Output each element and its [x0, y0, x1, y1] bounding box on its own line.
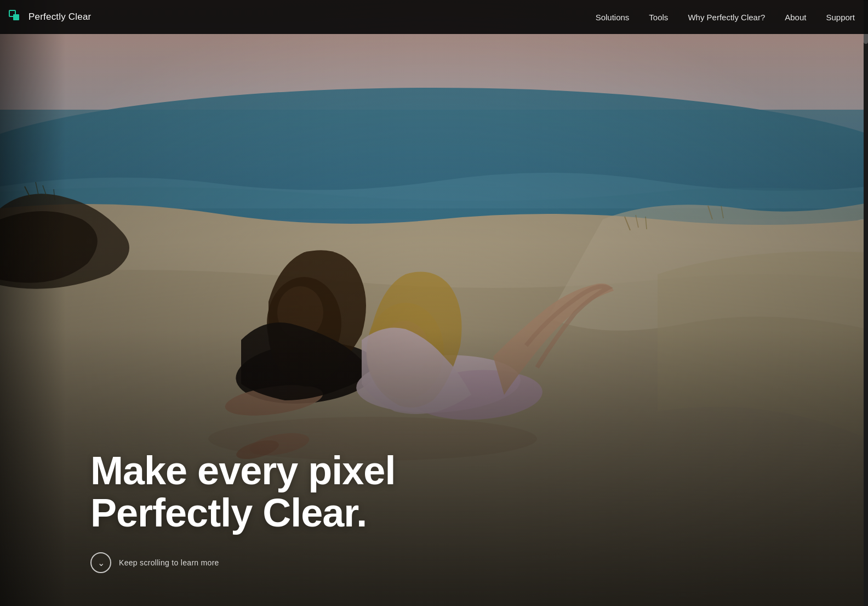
hero-headline-line1: Make every pixel	[90, 449, 395, 492]
hero-content: Make every pixel Perfectly Clear.	[90, 450, 395, 535]
nav-tools[interactable]: Tools	[649, 13, 668, 22]
nav-why[interactable]: Why Perfectly Clear?	[688, 13, 765, 22]
logo-text: Perfectly Clear	[28, 12, 91, 22]
hero-section: Make every pixel Perfectly Clear. ⌄ Keep…	[0, 0, 868, 606]
nav-solutions[interactable]: Solutions	[596, 13, 630, 22]
nav-support[interactable]: Support	[826, 13, 855, 22]
svg-rect-1	[13, 14, 19, 20]
hero-headline: Make every pixel Perfectly Clear.	[90, 450, 395, 535]
logo[interactable]: Perfectly Clear	[9, 10, 91, 24]
scroll-indicator[interactable]: ⌄ Keep scrolling to learn more	[90, 552, 219, 573]
scrollbar[interactable]	[864, 0, 868, 606]
hero-headline-line2: Perfectly Clear.	[90, 491, 367, 535]
navbar: Perfectly Clear Solutions Tools Why Perf…	[0, 0, 868, 34]
scroll-circle: ⌄	[90, 552, 111, 573]
chevron-down-icon: ⌄	[98, 559, 105, 568]
logo-icon	[9, 10, 23, 24]
nav-about[interactable]: About	[785, 13, 806, 22]
scroll-text: Keep scrolling to learn more	[119, 558, 219, 567]
nav-links: Solutions Tools Why Perfectly Clear? Abo…	[596, 13, 855, 22]
